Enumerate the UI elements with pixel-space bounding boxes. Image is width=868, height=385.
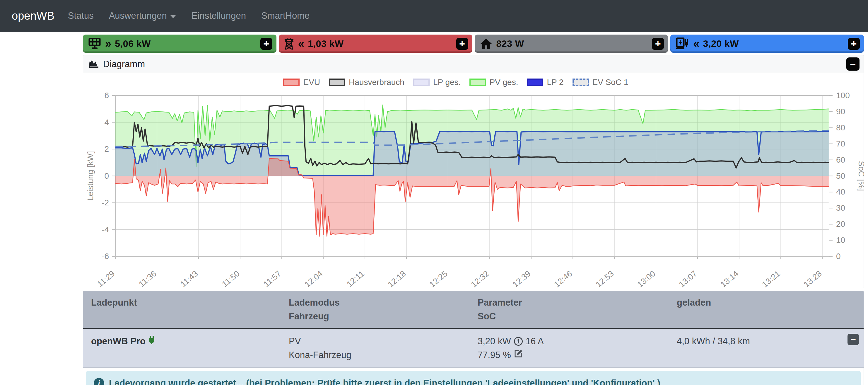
x-axis-tick-label: 12:11 <box>345 269 366 288</box>
y2-axis-tick-label: 80 <box>836 123 845 132</box>
y-axis-tick-label: -2 <box>102 198 109 207</box>
y2-axis-title: SoC [%] <box>857 161 864 191</box>
nav-menu: Status Auswertungen Einstellungen SmartH… <box>68 10 310 21</box>
x-axis-tick-label: 13:07 <box>677 269 699 288</box>
x-axis-tick-label: 13:14 <box>719 269 740 288</box>
legend-item-pv-ges-[interactable]: PV ges. <box>469 78 518 87</box>
legend-label: EV SoC 1 <box>592 78 628 87</box>
cell-geladen: 4,0 kWh / 34,8 km <box>677 334 864 362</box>
navbar: openWB Status Auswertungen Einstellungen… <box>0 0 868 32</box>
info-circle-icon: i <box>94 378 104 385</box>
legend-swatch <box>469 79 486 86</box>
transmission-tower-icon <box>284 37 294 50</box>
nav-item-status[interactable]: Status <box>68 10 94 21</box>
x-axis-tick-label: 13:00 <box>636 269 657 288</box>
x-axis-tick-label: 11:57 <box>262 269 283 288</box>
expand-house-button[interactable]: + <box>652 38 664 50</box>
x-axis-tick-label: 12:53 <box>594 269 616 288</box>
x-axis-tick-label: 11:29 <box>95 269 117 288</box>
expand-pv-button[interactable]: + <box>260 38 272 50</box>
nav-item-smarthome[interactable]: SmartHome <box>261 10 310 21</box>
y2-axis-tick-label: 30 <box>836 203 845 212</box>
header-parameter-soc: ParameterSoC <box>477 296 677 323</box>
y2-axis-tick-label: 100 <box>836 91 850 100</box>
vehicle-name: Kona-Fahrzeug <box>289 348 477 362</box>
alert-text: Ladevorgang wurde gestartet... (bei Prob… <box>109 378 660 385</box>
legend-label: EVU <box>303 78 320 87</box>
legend-item-evu[interactable]: EVU <box>283 78 320 87</box>
legend-item-lp-2[interactable]: LP 2 <box>527 78 563 87</box>
x-axis-tick-label: 11:50 <box>220 269 241 288</box>
y-axis-tick-label: -6 <box>102 252 109 261</box>
dropdown-caret-icon <box>170 14 176 18</box>
x-axis-tick-label: 12:32 <box>469 269 491 288</box>
plug-connected-icon <box>149 334 155 348</box>
solar-panel-icon <box>88 38 101 50</box>
brand-logo[interactable]: openWB <box>12 10 55 22</box>
chargepoint-name: openWB Pro <box>91 334 146 348</box>
x-axis-tick-label: 11:36 <box>137 269 158 288</box>
x-axis-tick-label: 13:21 <box>760 269 782 288</box>
charged-energy: 4,0 kWh / 34,8 km <box>677 334 864 348</box>
collapse-diagram-button[interactable]: − <box>846 57 860 70</box>
diagram-card: Diagramm − EVUHausverbrauchLP ges.PV ges… <box>83 55 864 288</box>
expand-chargepoint-button[interactable]: + <box>848 38 860 50</box>
status-bar-chargepoint[interactable]: « 3,20 kW + <box>670 35 864 53</box>
cell-lademodus-fahrzeug: PV Kona-Fahrzeug <box>289 334 477 362</box>
flow-direction-icon: « <box>693 38 699 49</box>
diagram-title: Diagramm <box>103 59 145 69</box>
chargepoint-table-header: Ladepunkt LademodusFahrzeug ParameterSoC… <box>83 291 864 329</box>
chargepoint-power-value: 3,20 kW <box>703 38 739 49</box>
house-icon <box>480 38 492 50</box>
diagram-panel-header[interactable]: Diagramm − <box>83 55 864 73</box>
header-lademodus-fahrzeug: LademodusFahrzeug <box>289 296 477 323</box>
x-axis-tick-label: 12:04 <box>303 269 324 288</box>
charge-current: 16 A <box>526 334 544 348</box>
legend-item-lp-ges-[interactable]: LP ges. <box>413 78 461 87</box>
grid-power-value: 1,03 kW <box>308 38 344 49</box>
charge-power: 3,20 kW <box>477 334 511 348</box>
edit-soc-icon[interactable] <box>514 348 523 362</box>
flow-direction-icon: » <box>105 38 111 49</box>
chart-legend: EVUHausverbrauchLP ges.PV ges.LP 2EV SoC… <box>83 78 829 87</box>
x-axis-tick-label: 13:28 <box>802 269 824 288</box>
collapse-chargepoint-button[interactable]: − <box>847 334 859 345</box>
y-axis-tick-label: 0 <box>104 171 109 180</box>
y2-axis-tick-label: 40 <box>836 187 845 196</box>
power-chart: EVUHausverbrauchLP ges.PV ges.LP 2EV SoC… <box>83 73 864 288</box>
y-axis-tick-label: 2 <box>104 144 109 153</box>
legend-label: LP 2 <box>547 78 563 87</box>
chargepoint-row: openWB Pro PV Kona-Fahrzeug 3,20 kW 1 16… <box>83 329 864 368</box>
y2-axis-tick-label: 10 <box>836 236 845 245</box>
charge-status-alert: i Ladevorgang wurde gestartet... (bei Pr… <box>86 371 861 385</box>
y2-axis-tick-label: 60 <box>836 155 845 165</box>
chart-svg: 6420-2-4-6100908070605040302010011:2911:… <box>83 73 864 288</box>
header-ladepunkt: Ladepunkt <box>91 296 289 323</box>
y2-axis-tick-label: 50 <box>836 171 845 180</box>
legend-label: Hausverbrauch <box>349 78 404 87</box>
x-axis-tick-label: 12:46 <box>552 269 574 288</box>
y2-axis-tick-label: 20 <box>836 219 845 229</box>
cell-parameter-soc: 3,20 kW 1 16 A 77.95 % <box>477 334 677 362</box>
legend-label: LP ges. <box>433 78 461 87</box>
y2-axis-tick-label: 70 <box>836 139 845 148</box>
status-bar-house[interactable]: 823 W + <box>475 35 668 53</box>
status-bar-grid[interactable]: « 1,03 kW + <box>279 35 472 53</box>
house-power-value: 823 W <box>496 38 524 49</box>
soc-value: 77.95 % <box>477 348 511 362</box>
status-bar-pv[interactable]: » 5,06 kW + <box>83 35 276 53</box>
nav-item-auswertungen[interactable]: Auswertungen <box>109 10 176 21</box>
y-axis-tick-label: 4 <box>104 118 109 127</box>
phase-count-icon: 1 <box>514 337 523 346</box>
x-axis-tick-label: 11:43 <box>179 269 200 288</box>
legend-swatch <box>413 79 430 86</box>
legend-item-ev-soc-1[interactable]: EV SoC 1 <box>572 78 628 87</box>
y-axis-title: Leistung [kW] <box>86 151 95 201</box>
charging-station-icon <box>676 37 689 50</box>
x-axis-tick-label: 12:18 <box>386 269 408 288</box>
y2-axis-tick-label: 90 <box>836 107 845 116</box>
legend-item-hausverbrauch[interactable]: Hausverbrauch <box>329 78 404 87</box>
nav-item-einstellungen[interactable]: Einstellungen <box>191 10 246 21</box>
expand-grid-button[interactable]: + <box>456 38 468 50</box>
y-axis-tick-label: 6 <box>104 91 109 100</box>
